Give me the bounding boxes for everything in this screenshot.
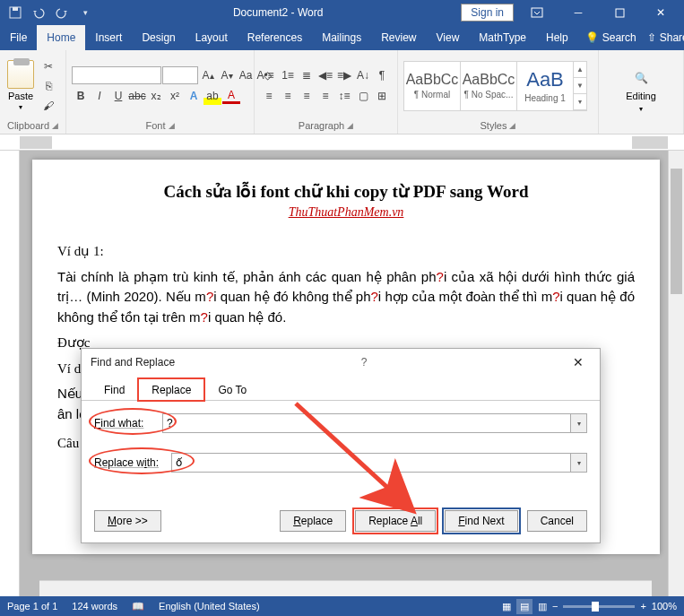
share-button[interactable]: ⇧Share	[636, 31, 684, 44]
status-language[interactable]: English (United States)	[159, 601, 260, 612]
change-case-icon[interactable]: Aa	[237, 66, 255, 84]
tab-insert[interactable]: Insert	[85, 25, 132, 50]
font-size-select[interactable]	[162, 66, 198, 84]
replace-button[interactable]: Replace	[280, 510, 346, 532]
statusbar: Page 1 of 1 124 words 📖 English (United …	[0, 596, 684, 616]
styles-up-icon[interactable]: ▲	[574, 62, 586, 78]
horizontal-ruler[interactable]	[0, 134, 684, 151]
editing-label[interactable]: Editing	[626, 91, 656, 101]
superscript-button[interactable]: x²	[166, 87, 184, 105]
svg-rect-3	[616, 9, 624, 17]
status-wordcount[interactable]: 124 words	[72, 601, 117, 612]
grow-font-icon[interactable]: A▴	[199, 66, 217, 84]
qat-customize-icon[interactable]: ▾	[75, 3, 95, 22]
dialog-close-icon[interactable]: ✕	[566, 351, 591, 373]
shading-icon[interactable]: ▢	[354, 87, 372, 105]
zoom-out-icon[interactable]: −	[552, 601, 558, 612]
zoom-in-icon[interactable]: +	[640, 601, 645, 612]
cut-icon[interactable]: ✂	[39, 57, 57, 75]
redo-icon[interactable]	[52, 3, 72, 22]
numbering-icon[interactable]: 1≡	[279, 66, 297, 84]
tab-mathtype[interactable]: MathType	[469, 25, 536, 50]
horizontal-scrollbar[interactable]	[39, 580, 652, 596]
tab-view[interactable]: View	[427, 25, 470, 50]
borders-icon[interactable]: ⊞	[373, 87, 391, 105]
tab-mailings[interactable]: Mailings	[312, 25, 371, 50]
find-what-input[interactable]	[162, 413, 571, 433]
status-page[interactable]: Page 1 of 1	[7, 601, 57, 612]
replace-with-label: Replace with:	[94, 456, 171, 469]
zoom-level[interactable]: 100%	[652, 601, 677, 612]
tab-references[interactable]: References	[238, 25, 312, 50]
view-read-icon[interactable]: ▦	[502, 601, 511, 612]
replace-with-input[interactable]	[171, 453, 571, 473]
highlight-icon[interactable]: ab	[203, 87, 221, 105]
signin-button[interactable]: Sign in	[461, 4, 514, 22]
align-center-icon[interactable]: ≡	[279, 87, 297, 105]
view-print-icon[interactable]: ▤	[516, 599, 532, 614]
replace-dropdown-icon[interactable]: ▾	[571, 453, 587, 473]
justify-icon[interactable]: ≡	[316, 87, 334, 105]
bold-button[interactable]: B	[72, 87, 90, 105]
status-spellcheck-icon[interactable]: 📖	[132, 601, 144, 612]
copy-icon[interactable]: ⎘	[39, 77, 57, 95]
align-right-icon[interactable]: ≡	[298, 87, 316, 105]
align-left-icon[interactable]: ≡	[260, 87, 278, 105]
tab-layout[interactable]: Layout	[186, 25, 238, 50]
replace-all-button[interactable]: Replace All	[355, 510, 436, 532]
font-dialog-launcher-icon[interactable]: ◢	[169, 121, 175, 130]
tab-help[interactable]: Help	[536, 25, 578, 50]
find-icon[interactable]: 🔍	[635, 69, 648, 87]
zoom-slider[interactable]	[563, 605, 635, 608]
styles-dialog-launcher-icon[interactable]: ◢	[509, 121, 515, 130]
multilevel-icon[interactable]: ≣	[298, 66, 316, 84]
tell-me-search[interactable]: 💡Search	[585, 31, 636, 44]
styles-down-icon[interactable]: ▼	[574, 78, 586, 94]
styles-group-label: Styles	[481, 120, 507, 131]
shrink-font-icon[interactable]: A▾	[218, 66, 236, 84]
minimize-icon[interactable]: ─	[560, 0, 596, 25]
dialog-tab-find[interactable]: Find	[91, 378, 138, 401]
find-next-button[interactable]: Find Next	[445, 510, 517, 532]
line-spacing-icon[interactable]: ↕≡	[335, 87, 353, 105]
ribbon-options-icon[interactable]	[519, 0, 555, 25]
paste-button[interactable]: Paste ▾	[5, 58, 36, 113]
vertical-scrollbar[interactable]	[668, 151, 684, 596]
tab-file[interactable]: File	[0, 25, 37, 50]
style-no-spacing[interactable]: AaBbCc¶ No Spac...	[460, 61, 517, 111]
clipboard-dialog-launcher-icon[interactable]: ◢	[52, 121, 58, 130]
tab-design[interactable]: Design	[132, 25, 185, 50]
dialog-tab-replace[interactable]: Replace	[138, 378, 204, 401]
bullets-icon[interactable]: •≡	[260, 66, 278, 84]
styles-gallery[interactable]: AaBbCc¶ Normal AaBbCc¶ No Spac... AaBHea…	[403, 61, 587, 111]
tab-review[interactable]: Review	[371, 25, 426, 50]
italic-button[interactable]: I	[91, 87, 108, 105]
subscript-button[interactable]: x₂	[147, 87, 165, 105]
dialog-help-icon[interactable]: ?	[361, 356, 368, 369]
tab-home[interactable]: Home	[37, 25, 85, 50]
increase-indent-icon[interactable]: ≡▶	[335, 66, 353, 84]
font-family-select[interactable]	[72, 66, 161, 84]
paragraph-dialog-launcher-icon[interactable]: ◢	[347, 121, 353, 130]
styles-more-icon[interactable]: ▾	[574, 94, 586, 110]
close-icon[interactable]: ✕	[643, 0, 679, 25]
cancel-button[interactable]: Cancel	[527, 510, 587, 532]
more-button[interactable]: More >>	[94, 510, 161, 532]
show-marks-icon[interactable]: ¶	[373, 66, 391, 84]
strikethrough-button[interactable]: abc	[128, 87, 146, 105]
maximize-icon[interactable]	[602, 0, 637, 25]
dialog-tab-goto[interactable]: Go To	[204, 378, 260, 401]
style-heading1[interactable]: AaBHeading 1	[516, 61, 574, 111]
text-effects-icon[interactable]: A	[185, 87, 203, 105]
vertical-ruler[interactable]	[0, 151, 20, 596]
style-normal[interactable]: AaBbCc¶ Normal	[403, 61, 461, 111]
underline-button[interactable]: U	[109, 87, 127, 105]
save-icon[interactable]	[5, 3, 25, 22]
font-color-icon[interactable]: A	[222, 89, 240, 104]
undo-icon[interactable]	[29, 3, 48, 22]
sort-icon[interactable]: A↓	[354, 66, 372, 84]
find-dropdown-icon[interactable]: ▾	[571, 413, 587, 433]
view-web-icon[interactable]: ▥	[538, 601, 547, 612]
format-painter-icon[interactable]: 🖌	[39, 97, 57, 115]
decrease-indent-icon[interactable]: ◀≡	[316, 66, 334, 84]
